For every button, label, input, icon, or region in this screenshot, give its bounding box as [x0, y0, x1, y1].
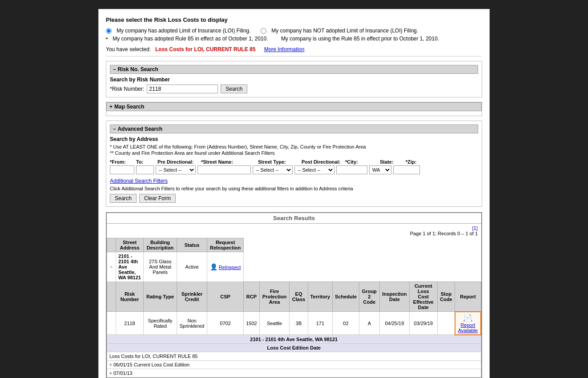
street-type-label: Street Type: [258, 159, 300, 165]
zip-label: *Zip: [406, 159, 434, 165]
result-address: 2101 - 2101 4th Ave Seattle, WA 98121 [116, 252, 144, 282]
street-address-summary: 2101 - 2101 4th Ave Seattle, WA 98121 [107, 335, 481, 344]
edition-label-1: 06/01/15 Current Loss Cost Edition [113, 362, 189, 367]
dh-rcp: RCP [244, 282, 259, 312]
dh-territory: Territory [308, 282, 332, 312]
dd-empty [107, 312, 116, 335]
street-name-input[interactable] [197, 165, 251, 174]
bullet-1: • [106, 36, 108, 42]
expand-icon-1[interactable]: + [109, 362, 112, 367]
report-link[interactable]: 📄 Report Available [458, 314, 478, 333]
dd-schedule: 02 [333, 312, 359, 335]
field-labels-row: *From: To: Pre Directional: *Street Name… [110, 159, 478, 165]
pre-dir-select[interactable]: -- Select -- [156, 165, 196, 174]
report-label: Report Available [458, 322, 478, 333]
dh-fire-protection: Fire Protection Area [259, 282, 290, 312]
reinspect-icon: 👤 [210, 263, 217, 270]
map-section: + Map Search [106, 102, 482, 116]
advanced-search-label: Advanced Search [117, 126, 162, 132]
risk-search-sublabel: Search by Risk Number [110, 76, 478, 83]
pagination: [1] Page 1 of 1; Records 0 – 1 of 1 [107, 224, 481, 238]
state-select[interactable]: WA [369, 165, 391, 174]
edition-item-1: + 06/01/15 Current Loss Cost Edition [107, 360, 481, 369]
zip-input[interactable] [393, 165, 420, 174]
additional-filters-link[interactable]: Additional Search Filters [110, 178, 478, 184]
edition-row-1: + 06/01/15 Current Loss Cost Edition [107, 360, 481, 369]
dd-inspection-date: 04/25/19 [379, 312, 409, 335]
radio-loi-no[interactable] [261, 28, 266, 34]
street-address-summary-row: 2101 - 2101 4th Ave Seattle, WA 98121 [107, 335, 481, 344]
reinspect-link[interactable]: ReInspect [219, 265, 241, 270]
result-status: Active [177, 252, 207, 282]
pagination-bracket: [1] [472, 225, 478, 231]
radio-loi-yes-label: My company has adopted Limit of Insuranc… [117, 28, 250, 34]
pre-dir-label: Pre Directional: [157, 159, 199, 165]
address-search-button[interactable]: Search [110, 194, 137, 203]
address-fields: *From: To: Pre Directional: *Street Name… [110, 159, 478, 174]
street-name-label: *Street Name: [201, 159, 256, 165]
loss-cost-edition-value-row: Loss Costs for LOI, CURRENT RULE 85 [107, 352, 481, 360]
dd-sprinkler: Non Sprinklered [177, 312, 207, 335]
radio-loi-no-label: My company has NOT adopted Limit of Insu… [271, 28, 418, 34]
adv-note-2: ** County and Fire Protection Area are f… [110, 150, 478, 156]
state-label: State: [380, 159, 404, 165]
main-result-row: − 2101 - 2101 4th Ave Seattle, WA 98121 … [107, 252, 481, 282]
risk-no-section: − Risk No. Search Search by Risk Number … [106, 61, 482, 97]
dd-rcp: 1502 [244, 312, 259, 335]
dd-territory: 171 [308, 312, 332, 335]
adv-search-subtitle: Search by Address [110, 136, 478, 142]
post-dir-select[interactable]: -- Select -- [294, 165, 334, 174]
loss-cost-edition-value: Loss Costs for LOI, CURRENT RULE 85 [107, 352, 481, 360]
field-inputs-row: -- Select -- -- Select -- -- Select -- W… [110, 165, 478, 174]
post-dir-label: Post Directional: [302, 159, 343, 165]
dd-rating-type: Specifically Rated [144, 312, 177, 335]
dh-empty [107, 282, 116, 312]
col-status: Status [177, 238, 207, 252]
dd-eq-class: 3B [290, 312, 308, 335]
from-label: *From: [110, 159, 134, 165]
clear-form-button[interactable]: Clear Form [139, 194, 176, 203]
dh-current-loss: Current Loss Cost Effective Date [409, 282, 437, 312]
selected-value: Loss Costs for LOI, CURRENT RULE 85 [155, 46, 255, 52]
col-toggle [107, 238, 116, 252]
detail-headers-row: Risk Number Rating Type Sprinkler Credit… [107, 282, 481, 312]
radio-row-1: My company has adopted Limit of Insuranc… [106, 28, 482, 34]
risk-no-header[interactable]: − Risk No. Search [110, 65, 478, 74]
selected-prefix: You have selected: [106, 46, 151, 52]
dd-group2: A [359, 312, 379, 335]
dh-report: Report [455, 282, 481, 312]
map-search-header[interactable]: + Map Search [106, 102, 482, 111]
more-info-link[interactable]: More Information [264, 46, 305, 52]
risk-number-input[interactable] [147, 84, 218, 93]
dh-schedule: Schedule [333, 282, 359, 312]
to-input[interactable] [136, 165, 154, 174]
expand-icon-2[interactable]: + [109, 371, 112, 376]
advanced-search-header[interactable]: − Advanced Search [110, 125, 478, 133]
dh-sprinkler: Sprinkler Credit [177, 282, 207, 312]
bullet-1-label: My company has adopted Rule 85 in effect… [113, 36, 268, 42]
col-reinspect: Request ReInspection [207, 238, 244, 252]
loss-cost-edition-header-row: Loss Cost Edition Date [107, 343, 481, 352]
dd-report[interactable]: 📄 Report Available [455, 312, 481, 335]
row-toggle[interactable]: − [107, 252, 116, 282]
dh-risk-number: Risk Number [116, 282, 144, 312]
radio-loi-yes[interactable] [106, 28, 112, 34]
map-toggle-icon: + [109, 104, 113, 110]
pdf-icon: 📄 [463, 314, 472, 322]
edition-row-2: + 07/01/13 [107, 369, 481, 377]
bullet-2-label: My company is using the Rule 85 in effec… [281, 36, 439, 42]
dh-inspection-date: Inspection Date [379, 282, 409, 312]
city-input[interactable] [336, 165, 367, 174]
dd-fire-protection: Seattle [259, 312, 290, 335]
bullet-row: • My company has adopted Rule 85 in effe… [106, 36, 482, 42]
dd-current-loss: 03/29/19 [409, 312, 437, 335]
to-label: To: [136, 159, 156, 165]
from-input[interactable] [110, 165, 134, 174]
risk-no-header-label: Risk No. Search [117, 66, 158, 72]
adv-note-1: * Use AT LEAST ONE of the following: Fro… [110, 144, 478, 149]
risk-toggle-icon: − [113, 67, 116, 72]
col-building-desc: Building Description [144, 238, 177, 252]
risk-search-button[interactable]: Search [221, 84, 247, 93]
street-type-select[interactable]: -- Select -- [253, 165, 293, 174]
map-search-label: Map Search [114, 104, 144, 110]
